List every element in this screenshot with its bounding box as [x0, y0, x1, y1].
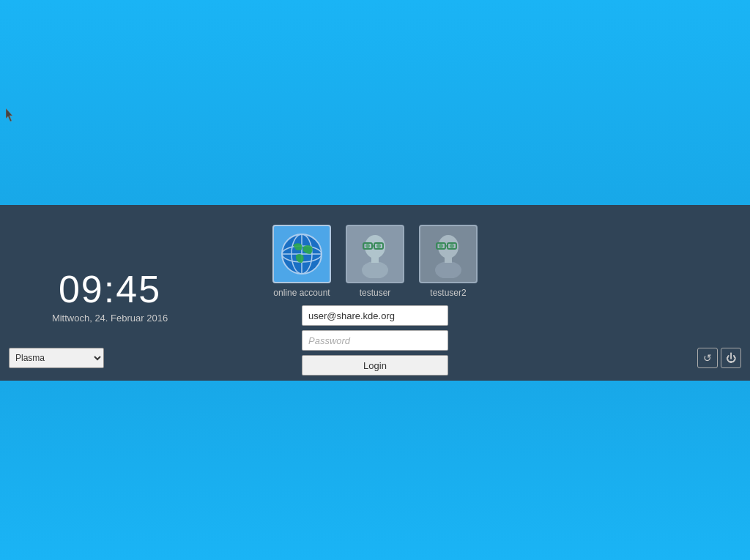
svg-point-21 — [450, 244, 454, 248]
login-bar: 09:45 Mittwoch, 24. Februar 2016 — [0, 205, 750, 381]
svg-point-12 — [376, 244, 381, 248]
restart-icon: ↺ — [703, 352, 712, 364]
mouse-cursor — [6, 108, 15, 122]
login-bar-inner: 09:45 Mittwoch, 24. Februar 2016 — [0, 210, 750, 376]
svg-point-11 — [365, 244, 370, 248]
svg-rect-14 — [371, 257, 379, 263]
session-select-dropdown[interactable]: Plasma KDE GNOME XFCE — [9, 348, 104, 368]
user-icon-testuser2[interactable]: testuser2 — [419, 225, 478, 298]
testuser2-avatar[interactable] — [419, 225, 478, 283]
user-icon-testuser[interactable]: testuser — [346, 225, 404, 298]
testuser-label: testuser — [360, 288, 391, 298]
svg-point-13 — [362, 261, 388, 278]
session-selector[interactable]: Plasma KDE GNOME XFCE — [9, 348, 104, 368]
testuser-avatar[interactable] — [346, 225, 404, 283]
svg-marker-0 — [6, 108, 12, 122]
clock-section: 09:45 Mittwoch, 24. Februar 2016 — [22, 263, 198, 324]
testuser2-label: testuser2 — [430, 288, 466, 298]
restart-button[interactable]: ↺ — [697, 348, 718, 368]
svg-point-22 — [435, 261, 461, 278]
system-buttons: ↺ ⏻ — [697, 348, 741, 368]
online-account-label: online account — [273, 288, 330, 298]
shutdown-icon: ⏻ — [726, 352, 736, 364]
login-bar-bottom: Plasma KDE GNOME XFCE ↺ ⏻ — [0, 348, 750, 368]
testuser-avatar-icon — [352, 231, 399, 278]
clock-time: 09:45 — [59, 270, 161, 308]
svg-point-20 — [439, 244, 443, 248]
testuser2-avatar-icon — [425, 231, 472, 278]
shutdown-button[interactable]: ⏻ — [721, 348, 741, 368]
user-icon-online-account[interactable]: online account — [272, 225, 331, 298]
background-bottom — [0, 381, 750, 560]
clock-date: Mittwoch, 24. Februar 2016 — [52, 313, 168, 324]
globe-icon — [280, 232, 324, 276]
online-account-avatar[interactable] — [272, 225, 331, 283]
background-top — [0, 0, 750, 205]
svg-rect-23 — [445, 257, 452, 263]
username-input[interactable] — [302, 305, 448, 326]
